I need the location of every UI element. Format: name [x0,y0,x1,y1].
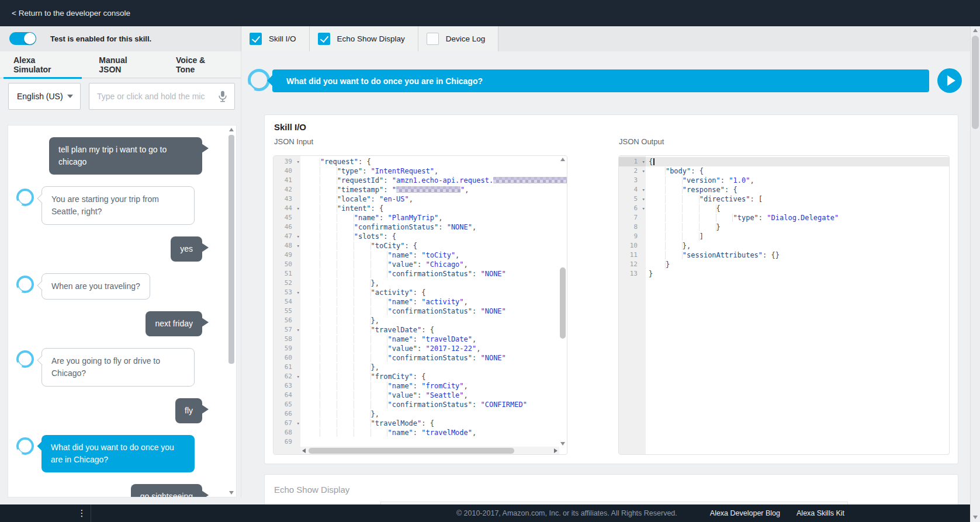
fold-icon[interactable]: ▾ [297,232,300,241]
line-number: 63 [273,381,300,391]
code-line: 6▾ { [619,204,949,213]
line-number: 9 [619,232,646,241]
tab-voice-tone[interactable]: Voice & Tone [166,51,234,78]
scroll-right-icon[interactable] [554,448,557,453]
chat-scrollbar[interactable] [228,127,235,496]
top-header-bar: < Return to the developer console [0,0,980,26]
code-line: 69 [273,437,567,447]
mic-icon[interactable] [217,90,228,103]
test-enabled-label: Test is enabled for this skill. [50,34,151,43]
utterance-input[interactable] [97,92,217,101]
line-number: 55 [273,307,300,316]
scroll-up-icon[interactable] [973,29,978,32]
fold-icon[interactable]: ▾ [297,372,300,381]
fold-icon[interactable]: ▾ [642,185,645,194]
line-number: 39▾ [273,157,300,166]
checkbox-label: Skill I/O [269,34,296,43]
fold-icon[interactable]: ▾ [297,288,300,297]
line-number: 60 [273,353,300,363]
scrollbar-thumb[interactable] [309,448,514,454]
user-message-bubble: fly [175,398,202,423]
user-message-bubble: next friday [146,311,202,336]
chevron-down-icon [67,95,73,98]
checkbox-skill-i-o[interactable]: Skill I/O [241,26,310,51]
fold-icon[interactable]: ▾ [297,157,300,166]
chat-scrollbar-thumb[interactable] [228,135,234,364]
line-number: 11 [619,250,646,260]
fold-icon[interactable]: ▾ [297,325,300,335]
alexa-message-bubble: When are you traveling? [41,273,150,300]
text-cursor [653,158,655,165]
code-line: 48▾ "toCity": { [273,241,567,250]
alexa-skills-kit-link[interactable]: Alexa Skills Kit [797,509,844,517]
scroll-up-icon[interactable] [560,158,565,161]
language-select[interactable]: English (US) [8,83,81,110]
panel-divider [241,51,241,497]
code-line: 60 "confirmationStatus": "NONE" [273,353,567,363]
line-number: 5▾ [619,194,646,204]
line-number: 62▾ [273,372,300,381]
chat-row-alexa: Are you going to fly or drive to Chicago… [16,348,209,387]
return-to-console-link[interactable]: < Return to the developer console [12,0,130,26]
fold-icon[interactable]: ▾ [297,241,300,250]
json-output-editor[interactable]: 1▾{2▾ "body": {3 "version": "1.0",4▾ "re… [618,155,950,455]
line-number: 57▾ [273,325,300,335]
line-number: 58 [273,335,300,344]
code-line: 50 "value": "Chicago", [273,260,567,269]
line-number: 54 [273,297,300,307]
fold-icon[interactable]: ▾ [642,194,645,204]
alexa-developer-blog-link[interactable]: Alexa Developer Blog [710,509,780,517]
json-input-horizontal-scrollbar[interactable] [300,447,559,454]
fold-icon[interactable]: ▾ [297,419,300,428]
page-scrollbar-thumb[interactable] [972,36,979,129]
scroll-left-icon[interactable] [302,448,306,453]
fold-icon[interactable]: ▾ [642,204,645,213]
checkbox-unchecked-icon[interactable] [427,33,439,45]
line-number: 49 [273,250,300,260]
chat-row-user: next friday [16,311,209,336]
line-number: 50 [273,260,300,269]
line-number: 61 [273,363,300,372]
utterance-input-box [89,83,235,110]
fold-icon[interactable]: ▾ [642,166,645,176]
json-input-editor[interactable]: 39▾ "request": {40 "type": "IntentReques… [273,155,567,455]
checkbox-echo-show-display[interactable]: Echo Show Display [310,26,418,51]
tab-manual-json[interactable]: Manual JSON [89,51,159,78]
more-menu-icon[interactable]: ⋮ [76,504,88,522]
code-line: 12 } [619,260,949,269]
checkbox-checked-icon[interactable] [250,33,262,45]
line-number: 59 [273,344,300,353]
json-output-label: JSON Output [619,137,664,146]
line-number: 40 [273,166,300,176]
code-line: 55 "confirmationStatus": "NONE" [273,307,567,316]
page-scrollbar[interactable] [970,26,980,522]
tab-alexa-simulator[interactable]: Alexa Simulator [4,51,82,78]
checkbox-device-log[interactable]: Device Log [418,26,499,51]
code-line: 46 "confirmationStatus": "NONE", [273,222,567,232]
checkbox-checked-icon[interactable] [318,33,330,45]
code-line: 39▾ "request": { [273,157,567,166]
scrollbar-thumb[interactable] [560,267,566,339]
play-audio-button[interactable] [937,68,962,93]
fold-icon[interactable]: ▾ [297,204,300,213]
code-line: 43 "locale": "en-US", [273,194,567,204]
scroll-up-icon[interactable] [229,128,234,131]
line-number: 68 [273,428,300,437]
checkbox-label: Device Log [446,34,486,43]
line-number: 12 [619,260,646,269]
code-line: 66 }, [273,409,567,419]
test-enabled-toggle[interactable] [9,32,36,45]
line-number: 66 [273,409,300,419]
scroll-down-icon[interactable] [229,491,234,495]
json-input-vertical-scrollbar[interactable] [559,156,566,446]
line-number: 1▾ [619,157,646,166]
scroll-down-icon[interactable] [560,442,565,446]
code-line: 52 }, [273,279,567,288]
language-select-value: English (US) [17,92,67,101]
line-number: 41 [273,176,300,185]
line-number: 13 [619,269,646,279]
scroll-down-icon[interactable] [973,516,978,519]
code-line: 57▾ "travelDate": { [273,325,567,335]
fold-icon[interactable]: ▾ [642,157,645,166]
line-number: 45 [273,213,300,222]
